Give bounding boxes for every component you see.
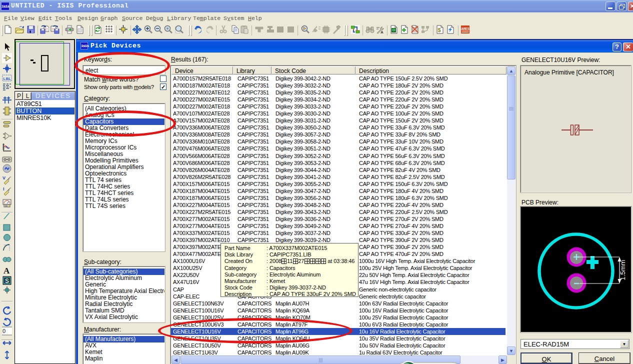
svg-text:S: S — [5, 278, 9, 284]
svg-text:$: $ — [438, 27, 441, 33]
svg-text:A: A — [380, 30, 384, 34]
svg-text:V: V — [2, 176, 6, 180]
svg-text:A: A — [4, 266, 10, 276]
svg-text:1.5mm: 1.5mm — [619, 260, 626, 280]
svg-text:ARES: ARES — [462, 26, 470, 31]
svg-text:0: 0 — [2, 328, 6, 334]
svg-text:LBL: LBL — [4, 76, 12, 81]
svg-text:I: I — [3, 186, 4, 192]
